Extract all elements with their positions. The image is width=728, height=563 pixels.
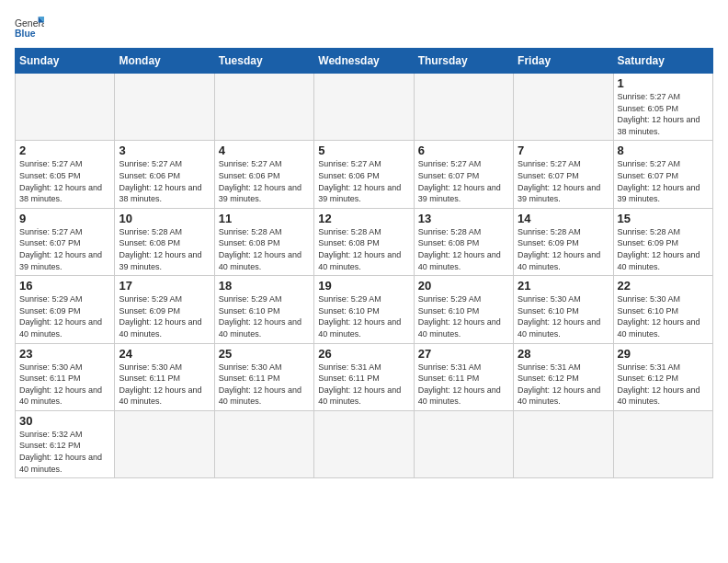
- day-sun-info: Sunrise: 5:28 AMSunset: 6:08 PMDaylight:…: [318, 226, 409, 272]
- calendar-day-cell: 24Sunrise: 5:30 AMSunset: 6:11 PMDayligh…: [115, 343, 214, 410]
- calendar-day-cell: 16Sunrise: 5:29 AMSunset: 6:09 PMDayligh…: [16, 276, 115, 343]
- calendar-day-cell: 1Sunrise: 5:27 AMSunset: 6:05 PMDaylight…: [613, 74, 712, 141]
- weekday-header-row: SundayMondayTuesdayWednesdayThursdayFrid…: [16, 49, 713, 74]
- calendar-day-cell: 2Sunrise: 5:27 AMSunset: 6:05 PMDaylight…: [16, 141, 115, 208]
- day-sun-info: Sunrise: 5:29 AMSunset: 6:10 PMDaylight:…: [318, 293, 409, 339]
- day-sun-info: Sunrise: 5:32 AMSunset: 6:12 PMDaylight:…: [19, 429, 110, 475]
- calendar-day-cell: 7Sunrise: 5:27 AMSunset: 6:07 PMDaylight…: [514, 141, 613, 208]
- weekday-header-monday: Monday: [115, 49, 214, 74]
- day-number: 23: [19, 347, 110, 361]
- calendar-week-row: 1Sunrise: 5:27 AMSunset: 6:05 PMDaylight…: [16, 74, 713, 141]
- calendar-day-cell: 13Sunrise: 5:28 AMSunset: 6:08 PMDayligh…: [414, 208, 513, 275]
- logo: General Blue: [15, 15, 44, 40]
- svg-text:Blue: Blue: [15, 29, 36, 39]
- day-sun-info: Sunrise: 5:31 AMSunset: 6:11 PMDaylight:…: [418, 362, 509, 408]
- generalblue-logo-icon: General Blue: [15, 15, 44, 40]
- day-sun-info: Sunrise: 5:31 AMSunset: 6:11 PMDaylight:…: [318, 362, 409, 408]
- calendar-day-cell: 23Sunrise: 5:30 AMSunset: 6:11 PMDayligh…: [16, 343, 115, 410]
- day-sun-info: Sunrise: 5:29 AMSunset: 6:10 PMDaylight:…: [219, 293, 310, 339]
- day-number: 1: [618, 76, 709, 90]
- day-number: 26: [318, 347, 409, 361]
- day-number: 28: [518, 347, 609, 361]
- calendar-day-cell: [414, 74, 513, 141]
- calendar-day-cell: 17Sunrise: 5:29 AMSunset: 6:09 PMDayligh…: [115, 276, 214, 343]
- calendar-day-cell: 5Sunrise: 5:27 AMSunset: 6:06 PMDaylight…: [314, 141, 414, 208]
- calendar-day-cell: 3Sunrise: 5:27 AMSunset: 6:06 PMDaylight…: [115, 141, 214, 208]
- day-number: 15: [618, 212, 709, 225]
- weekday-header-thursday: Thursday: [414, 49, 513, 74]
- calendar-day-cell: [314, 74, 414, 141]
- calendar-day-cell: 15Sunrise: 5:28 AMSunset: 6:09 PMDayligh…: [613, 208, 712, 275]
- day-sun-info: Sunrise: 5:29 AMSunset: 6:10 PMDaylight:…: [418, 293, 509, 339]
- weekday-header-tuesday: Tuesday: [214, 49, 313, 74]
- day-sun-info: Sunrise: 5:29 AMSunset: 6:09 PMDaylight:…: [19, 293, 110, 339]
- day-sun-info: Sunrise: 5:29 AMSunset: 6:09 PMDaylight:…: [119, 293, 210, 339]
- calendar-day-cell: 25Sunrise: 5:30 AMSunset: 6:11 PMDayligh…: [214, 343, 313, 410]
- day-sun-info: Sunrise: 5:28 AMSunset: 6:08 PMDaylight:…: [418, 226, 509, 272]
- calendar-day-cell: 20Sunrise: 5:29 AMSunset: 6:10 PMDayligh…: [414, 276, 513, 343]
- calendar-day-cell: 11Sunrise: 5:28 AMSunset: 6:08 PMDayligh…: [214, 208, 313, 275]
- day-sun-info: Sunrise: 5:27 AMSunset: 6:06 PMDaylight:…: [219, 158, 310, 204]
- day-number: 21: [518, 279, 609, 293]
- weekday-header-friday: Friday: [514, 49, 613, 74]
- calendar-day-cell: [16, 74, 115, 141]
- day-number: 6: [418, 144, 509, 157]
- day-sun-info: Sunrise: 5:27 AMSunset: 6:07 PMDaylight:…: [518, 158, 609, 204]
- calendar-day-cell: 9Sunrise: 5:27 AMSunset: 6:07 PMDaylight…: [16, 208, 115, 275]
- calendar-day-cell: 6Sunrise: 5:27 AMSunset: 6:07 PMDaylight…: [414, 141, 513, 208]
- weekday-header-sunday: Sunday: [16, 49, 115, 74]
- day-sun-info: Sunrise: 5:30 AMSunset: 6:10 PMDaylight:…: [518, 293, 609, 339]
- day-sun-info: Sunrise: 5:27 AMSunset: 6:05 PMDaylight:…: [618, 91, 709, 137]
- calendar-day-cell: 22Sunrise: 5:30 AMSunset: 6:10 PMDayligh…: [613, 276, 712, 343]
- day-sun-info: Sunrise: 5:27 AMSunset: 6:07 PMDaylight:…: [418, 158, 509, 204]
- calendar-day-cell: 14Sunrise: 5:28 AMSunset: 6:09 PMDayligh…: [514, 208, 613, 275]
- day-number: 12: [318, 212, 409, 225]
- calendar-day-cell: [414, 410, 513, 477]
- calendar-day-cell: [514, 410, 613, 477]
- calendar-day-cell: [115, 74, 214, 141]
- day-number: 8: [618, 144, 709, 157]
- day-number: 22: [618, 279, 709, 293]
- day-sun-info: Sunrise: 5:27 AMSunset: 6:07 PMDaylight:…: [19, 226, 110, 272]
- weekday-header-wednesday: Wednesday: [314, 49, 414, 74]
- day-number: 24: [119, 347, 210, 361]
- day-number: 19: [318, 279, 409, 293]
- day-number: 30: [19, 414, 110, 428]
- calendar-week-row: 16Sunrise: 5:29 AMSunset: 6:09 PMDayligh…: [16, 276, 713, 343]
- day-sun-info: Sunrise: 5:27 AMSunset: 6:06 PMDaylight:…: [119, 158, 210, 204]
- day-sun-info: Sunrise: 5:28 AMSunset: 6:09 PMDaylight:…: [518, 226, 609, 272]
- day-number: 11: [219, 212, 310, 225]
- calendar-day-cell: 27Sunrise: 5:31 AMSunset: 6:11 PMDayligh…: [414, 343, 513, 410]
- day-number: 14: [518, 212, 609, 225]
- calendar-table: SundayMondayTuesdayWednesdayThursdayFrid…: [15, 48, 713, 478]
- calendar-week-row: 30Sunrise: 5:32 AMSunset: 6:12 PMDayligh…: [16, 410, 713, 477]
- day-sun-info: Sunrise: 5:30 AMSunset: 6:11 PMDaylight:…: [119, 362, 210, 408]
- day-sun-info: Sunrise: 5:31 AMSunset: 6:12 PMDaylight:…: [618, 362, 709, 408]
- day-sun-info: Sunrise: 5:27 AMSunset: 6:06 PMDaylight:…: [318, 158, 409, 204]
- day-sun-info: Sunrise: 5:30 AMSunset: 6:11 PMDaylight:…: [19, 362, 110, 408]
- calendar-day-cell: [214, 410, 313, 477]
- day-sun-info: Sunrise: 5:27 AMSunset: 6:05 PMDaylight:…: [19, 158, 110, 204]
- day-number: 27: [418, 347, 509, 361]
- calendar-day-cell: 21Sunrise: 5:30 AMSunset: 6:10 PMDayligh…: [514, 276, 613, 343]
- calendar-day-cell: 4Sunrise: 5:27 AMSunset: 6:06 PMDaylight…: [214, 141, 313, 208]
- calendar-day-cell: 8Sunrise: 5:27 AMSunset: 6:07 PMDaylight…: [613, 141, 712, 208]
- day-number: 7: [518, 144, 609, 157]
- calendar-day-cell: [115, 410, 214, 477]
- day-sun-info: Sunrise: 5:28 AMSunset: 6:08 PMDaylight:…: [119, 226, 210, 272]
- day-number: 3: [119, 144, 210, 157]
- calendar-day-cell: 28Sunrise: 5:31 AMSunset: 6:12 PMDayligh…: [514, 343, 613, 410]
- page-header: General Blue: [15, 15, 713, 40]
- calendar-day-cell: 10Sunrise: 5:28 AMSunset: 6:08 PMDayligh…: [115, 208, 214, 275]
- day-number: 20: [418, 279, 509, 293]
- calendar-week-row: 9Sunrise: 5:27 AMSunset: 6:07 PMDaylight…: [16, 208, 713, 275]
- day-sun-info: Sunrise: 5:30 AMSunset: 6:11 PMDaylight:…: [219, 362, 310, 408]
- day-number: 2: [19, 144, 110, 157]
- weekday-header-saturday: Saturday: [613, 49, 712, 74]
- calendar-day-cell: [314, 410, 414, 477]
- day-number: 29: [618, 347, 709, 361]
- day-sun-info: Sunrise: 5:30 AMSunset: 6:10 PMDaylight:…: [618, 293, 709, 339]
- day-number: 5: [318, 144, 409, 157]
- calendar-day-cell: 19Sunrise: 5:29 AMSunset: 6:10 PMDayligh…: [314, 276, 414, 343]
- calendar-day-cell: [613, 410, 712, 477]
